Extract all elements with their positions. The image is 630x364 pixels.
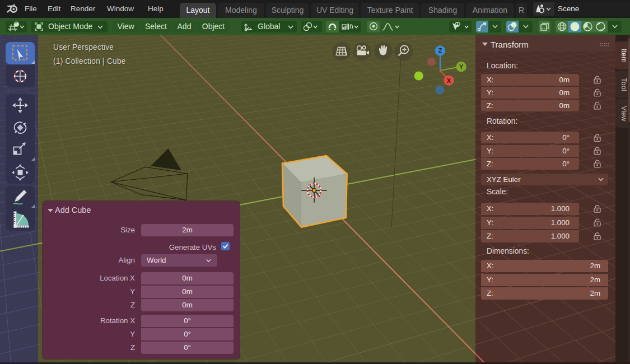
svg-text:X: X xyxy=(447,77,451,84)
svg-text:Y: Y xyxy=(459,63,464,70)
svg-text:Z: Z xyxy=(438,47,442,54)
